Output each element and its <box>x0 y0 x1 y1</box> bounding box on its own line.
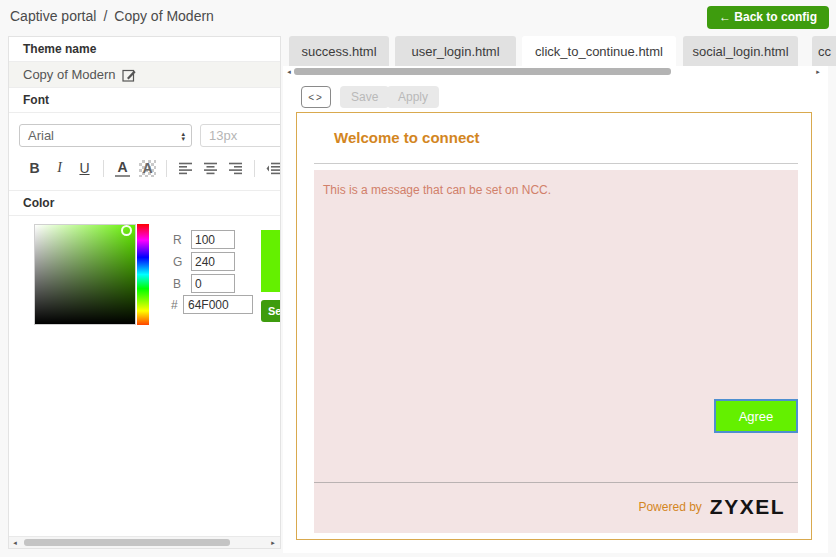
theme-name-value: Copy of Modern <box>23 67 116 82</box>
font-family-select[interactable]: Arial ▴▾ <box>19 124 192 147</box>
align-center-button[interactable] <box>198 157 223 179</box>
r-label: R <box>173 233 182 247</box>
r-input[interactable] <box>191 230 235 249</box>
font-controls: Arial ▴▾ B I U A A <box>9 113 280 191</box>
bold-button[interactable]: B <box>22 157 47 179</box>
tab-cc-html[interactable]: cc <box>812 36 836 66</box>
template-tab-bar: success.html user_login.html click_to_co… <box>283 36 836 66</box>
tab-user-login-html[interactable]: user_login.html <box>395 36 516 66</box>
powered-by-label: Powered by <box>638 500 701 514</box>
preview-message-panel: This is a message that can be set on NCC… <box>314 170 798 533</box>
toolbar-divider <box>254 160 255 177</box>
align-left-button[interactable] <box>173 157 198 179</box>
color-picker: R G B # Se <box>9 216 280 334</box>
edit-icon[interactable] <box>122 68 136 82</box>
outdent-button[interactable] <box>261 157 281 179</box>
b-input[interactable] <box>191 274 235 293</box>
format-toolbar: B I U A A <box>9 155 281 181</box>
captive-portal-editor-page: Captive portal / Copy of Modern ← Back t… <box>0 0 836 557</box>
zyxel-logo: ZYXEL <box>710 495 785 519</box>
theme-name-header: Theme name <box>9 37 280 62</box>
selected-color-swatch <box>261 230 281 292</box>
font-color-button[interactable]: A <box>115 159 130 177</box>
breadcrumb-current: Copy of Modern <box>114 8 214 24</box>
portal-preview-frame: Welcome to connect This is a message tha… <box>296 112 812 540</box>
hue-slider[interactable] <box>137 224 149 325</box>
preview-ncc-message: This is a message that can be set on NCC… <box>323 183 551 197</box>
scroll-right-icon[interactable]: ▸ <box>812 66 824 77</box>
tab-social-login-html[interactable]: social_login.html <box>683 36 798 66</box>
highlight-color-button[interactable]: A <box>139 160 156 177</box>
b-label: B <box>173 277 181 291</box>
editor-content-area: <> Save Apply Welcome to connect This is… <box>283 77 828 553</box>
font-section-header: Font <box>9 88 280 113</box>
tab-bar-horizontal-scrollbar[interactable]: ◂ ▸ <box>283 66 828 77</box>
color-cursor-icon[interactable] <box>121 225 132 236</box>
preview-footer-divider <box>314 482 798 483</box>
toolbar-divider <box>166 160 167 177</box>
preview-welcome-title: Welcome to connect <box>334 129 480 146</box>
preview-divider <box>314 163 798 164</box>
hex-label: # <box>171 298 178 312</box>
set-color-button[interactable]: Se <box>261 300 281 322</box>
tab-success-html[interactable]: success.html <box>289 36 389 66</box>
font-size-input[interactable] <box>200 124 281 147</box>
left-panel-horizontal-scrollbar[interactable]: ◂ ▸ <box>9 536 280 548</box>
scroll-right-icon[interactable]: ▸ <box>267 537 279 548</box>
color-section-header: Color <box>9 191 280 216</box>
agree-button[interactable]: Agree <box>714 399 798 433</box>
underline-button[interactable]: U <box>72 157 97 179</box>
stepper-icon: ▴▾ <box>181 131 185 141</box>
scroll-left-icon[interactable]: ◂ <box>9 537 21 548</box>
breadcrumb-section[interactable]: Captive portal <box>10 8 96 24</box>
font-family-value: Arial <box>28 128 54 143</box>
saturation-value-square[interactable] <box>34 224 136 325</box>
tab-click-to-continue-html[interactable]: click_to_continue.html <box>522 36 676 66</box>
apply-button[interactable]: Apply <box>387 86 439 108</box>
back-to-config-button[interactable]: ← Back to config <box>707 6 829 29</box>
code-view-button[interactable]: <> <box>301 86 331 108</box>
preview-footer: Powered by ZYXEL <box>638 495 785 519</box>
hex-input[interactable] <box>183 295 253 314</box>
toolbar-divider <box>103 160 104 177</box>
scrollbar-thumb[interactable] <box>294 68 671 75</box>
breadcrumb: Captive portal / Copy of Modern <box>10 8 214 24</box>
italic-button[interactable]: I <box>47 157 72 179</box>
scrollbar-thumb[interactable] <box>24 539 230 546</box>
align-right-button[interactable] <box>223 157 248 179</box>
theme-settings-panel: Theme name Copy of Modern Font Arial ▴▾ … <box>8 36 281 549</box>
g-input[interactable] <box>191 252 235 271</box>
theme-name-row: Copy of Modern <box>9 62 280 88</box>
save-button[interactable]: Save <box>340 86 389 108</box>
g-label: G <box>173 255 182 269</box>
breadcrumb-separator: / <box>103 8 107 24</box>
